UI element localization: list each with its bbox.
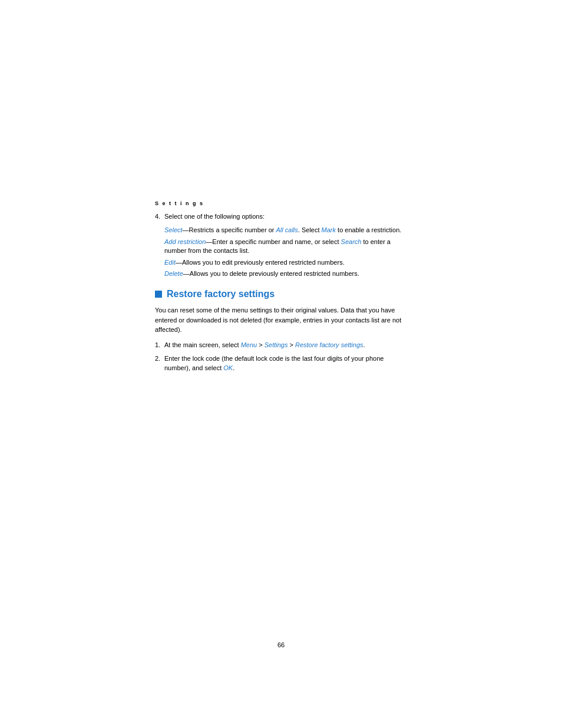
restore-factory-link[interactable]: Restore factory settings: [295, 341, 363, 348]
edit-link[interactable]: Edit: [164, 259, 176, 266]
option-delete: Delete—Allows you to delete previously e…: [155, 269, 408, 278]
select-rest2: to enable a restriction.: [336, 226, 401, 233]
step-4-number: 4.: [155, 212, 164, 221]
search-link[interactable]: Search: [341, 238, 362, 245]
option-add-restriction: Add restriction—Enter a specific number …: [155, 238, 408, 256]
restore-step-1-content: At the main screen, select Menu > Settin…: [164, 341, 408, 350]
step1-end: .: [363, 341, 365, 348]
step-4-content: Select one of the following options:: [164, 212, 408, 221]
restore-step-2-number: 2.: [155, 354, 164, 373]
all-calls-link[interactable]: All calls: [276, 226, 298, 233]
add-restriction-link[interactable]: Add restriction: [164, 238, 206, 245]
menu-link[interactable]: Menu: [241, 341, 257, 348]
option-edit: Edit—Allows you to edit previously enter…: [155, 258, 408, 267]
add-restriction-dash: —Enter a specific number and name, or se…: [206, 238, 340, 245]
restore-step-1: 1. At the main screen, select Menu > Set…: [155, 341, 408, 350]
page: S e t t i n g s 4. Select one of the fol…: [0, 0, 562, 728]
restore-step-1-number: 1.: [155, 341, 164, 350]
delete-link[interactable]: Delete: [164, 270, 183, 277]
heading-square-icon: [155, 291, 162, 298]
sep1: >: [257, 341, 265, 348]
step-4-intro: Select one of the following options:: [164, 213, 265, 220]
restore-step-2-content: Enter the lock code (the default lock co…: [164, 354, 408, 373]
section-label: S e t t i n g s: [155, 200, 408, 206]
step-4: 4. Select one of the following options:: [155, 212, 408, 221]
restore-step-2: 2. Enter the lock code (the default lock…: [155, 354, 408, 373]
content-area: S e t t i n g s 4. Select one of the fol…: [155, 200, 408, 377]
step2-end: .: [233, 364, 234, 371]
restore-heading-text: Restore factory settings: [167, 289, 275, 299]
restore-step2-text: Enter the lock code (the default lock co…: [164, 355, 384, 371]
edit-dash: —Allows you to edit previously entered r…: [176, 259, 345, 266]
delete-dash: —Allows you to delete previously entered…: [183, 270, 359, 277]
restore-heading: Restore factory settings: [155, 289, 408, 299]
ok-link[interactable]: OK: [223, 364, 233, 371]
settings-link[interactable]: Settings: [265, 341, 288, 348]
restore-step1-text: At the main screen, select: [164, 341, 241, 348]
select-rest: . Select: [298, 226, 322, 233]
restore-paragraph: You can reset some of the menu settings …: [155, 305, 408, 335]
select-dash: —Restricts a specific number or: [183, 226, 276, 233]
mark-link[interactable]: Mark: [322, 226, 336, 233]
sep2: >: [287, 341, 295, 348]
select-link[interactable]: Select: [164, 226, 183, 233]
option-select: Select—Restricts a specific number or Al…: [155, 226, 408, 235]
page-number: 66: [277, 641, 285, 648]
